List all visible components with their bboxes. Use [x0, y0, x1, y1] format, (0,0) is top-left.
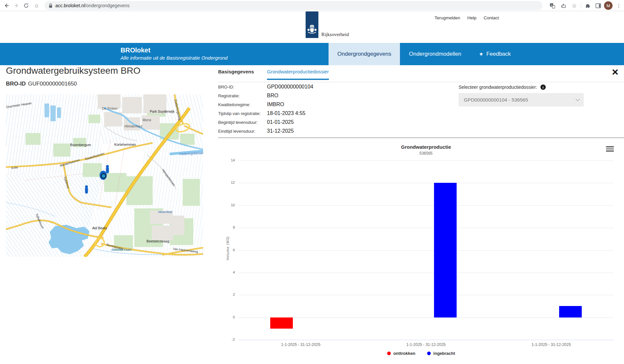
chevron-down-icon [576, 97, 580, 101]
home-icon[interactable]: ⌂ [33, 0, 41, 11]
lock-icon [48, 3, 53, 8]
y-tick-label: 0 [220, 315, 235, 319]
nav-tab-label: Ondergrondmodellen [409, 51, 461, 57]
header-link-help[interactable]: Help [467, 15, 477, 20]
forward-icon[interactable] [12, 0, 20, 11]
y-tick-label: 10 [220, 203, 235, 207]
gridline [238, 295, 614, 295]
field-label: Kwaliteitsregime: [218, 102, 267, 107]
url-bar[interactable]: acc.broloket.nl/ondergrondgegevens [45, 1, 542, 10]
detail-tabs: BasisgegevensGrondwaterproductiedossier [218, 69, 329, 80]
header-link-terugmelden[interactable]: Terugmelden [435, 15, 460, 20]
chart-legend: onttrokkeningebracht [218, 351, 624, 356]
reload-icon[interactable] [22, 0, 30, 11]
legend-item-ingebracht[interactable]: ingebracht [427, 351, 455, 356]
gridline [238, 183, 614, 183]
nav-tab-ondergrondgegevens[interactable]: Ondergrondgegevens [329, 43, 400, 65]
map-marker-facility-cluster[interactable] [100, 171, 107, 180]
field-row: Eindtijd levensduur:31-12-2025 [218, 128, 313, 137]
coat-of-arms-icon [306, 11, 318, 38]
header-links: TerugmeldenHelpContact [435, 15, 499, 20]
field-value: IMBRO [267, 102, 284, 107]
y-tick-label: 4 [220, 270, 235, 274]
chart-menu-button[interactable] [606, 146, 614, 153]
map-label: Mearsfeat [158, 210, 172, 214]
field-row: Kwaliteitsregime:IMBRO [218, 102, 313, 110]
detail-fields: BRO-ID:GPD000000000104Registratie:BROKwa… [218, 84, 313, 137]
field-value: GPD000000000104 [267, 84, 313, 90]
browser-toolbar: ⌂ acc.broloket.nl/ondergrondgegevens a ☆… [0, 0, 624, 11]
gridline [238, 228, 614, 228]
y-tick-label: -2 [220, 337, 235, 341]
back-icon[interactable] [3, 0, 10, 11]
dossier-select-value: GPD000000000104 - 536565 [464, 97, 576, 103]
section-divider [218, 138, 624, 138]
x-axis-line [238, 340, 614, 340]
y-tick-label: 6 [220, 248, 235, 252]
field-row: Tijdstip van registratie:18-01-2023 4:55 [218, 110, 313, 119]
field-label: Begintijd levensduur: [218, 120, 267, 125]
nav-tabs: OndergrondgegevensOndergrondmodellen★Fee… [329, 43, 520, 65]
chart-title: Grondwaterproductie [238, 144, 614, 150]
gridline [238, 273, 614, 273]
tab-grondwaterproductiedossier[interactable]: Grondwaterproductiedossier [267, 69, 329, 80]
legend-item-onttrokken[interactable]: onttrokken [387, 351, 415, 356]
y-tick-label: 12 [220, 181, 235, 184]
url-text: acc.broloket.nl/ondergrondgegevens [55, 3, 130, 8]
field-value: 31-12-2025 [267, 128, 294, 134]
gridline [238, 250, 614, 251]
dossier-select[interactable]: GPD000000000104 - 536565 [459, 93, 584, 106]
share-icon[interactable] [559, 0, 567, 11]
main-navbar: BROloket Alle informatie uit de Basisreg… [0, 43, 624, 65]
tabbar-divider [218, 82, 624, 82]
kebab-menu-icon[interactable]: ⋮ [615, 0, 622, 11]
field-value: BRO [267, 93, 278, 99]
page-title: Grondwatergebruiksysteem BRO [6, 66, 141, 76]
extensions-icon[interactable] [584, 0, 592, 11]
avatar[interactable]: M [604, 1, 613, 10]
star-icon: ★ [479, 51, 483, 57]
field-row: Begintijd levensduur:01-01-2025 [218, 119, 313, 128]
tab-basisgegevens[interactable]: Basisgegevens [218, 69, 254, 80]
broloket-page: ⌂ acc.broloket.nl/ondergrondgegevens a ☆… [0, 0, 624, 364]
x-category-label: 1-1-2025 - 31-12-2025 [377, 342, 475, 347]
chart-subtitle: 536565 [238, 151, 614, 156]
legend-dot [387, 352, 391, 355]
bar-ingebracht[interactable] [559, 306, 582, 317]
brand-tagline: Alle informatie uit de Basisregistratie … [121, 55, 228, 61]
field-row: Registratie:BRO [218, 93, 313, 102]
field-label: BRO-ID: [218, 85, 267, 89]
nav-tab-label: Ondergrondgegevens [337, 51, 391, 57]
rijksoverheid-logo[interactable] [306, 11, 318, 38]
map[interactable]: Drachtster HeaweiDe TriskenPark Suyderwi… [6, 94, 203, 257]
map-label: Boornbergum [70, 143, 91, 147]
y-tick-label: 14 [220, 158, 235, 162]
field-label: Registratie: [218, 93, 267, 98]
translate-icon[interactable]: a [548, 0, 556, 11]
bar-onttrokken[interactable] [270, 317, 293, 329]
logo-wordmark: Rijksoverheid [321, 32, 349, 37]
brand-name: BROloket [121, 47, 228, 54]
map-label: De Trisken [102, 107, 118, 110]
close-icon[interactable]: × [612, 66, 618, 77]
nav-tab-ondergrondmodellen[interactable]: Ondergrondmodellen [400, 43, 470, 65]
info-icon[interactable]: i [540, 85, 546, 90]
map-label: Park Suyderwijk [150, 109, 175, 113]
map-label: Himsterhout [124, 125, 142, 128]
nav-tab-feedback[interactable]: ★Feedback [470, 43, 520, 65]
side-panel-icon[interactable] [594, 0, 602, 11]
legend-label: ingebracht [433, 351, 455, 356]
bro-id-line: BRO-IDGUF000000001650 [6, 81, 77, 87]
map-marker-well[interactable] [106, 165, 109, 174]
gridline [238, 161, 614, 161]
brand-block[interactable]: BROloket Alle informatie uit de Basisreg… [121, 47, 228, 61]
map-marker-well[interactable] [85, 185, 88, 194]
bookmark-star-icon[interactable]: ☆ [570, 0, 578, 11]
map-label: Kortehemmen [114, 143, 136, 146]
y-tick-label: 8 [220, 225, 235, 229]
bar-ingebracht[interactable] [434, 183, 457, 317]
header-link-contact[interactable]: Contact [483, 15, 499, 20]
grondwaterproductie-chart: Grondwaterproductie 536565 Volume (M3) 1… [218, 140, 624, 362]
bro-id-value: GUF000000001650 [28, 81, 77, 87]
dossier-selector-label: Selecteer grondwaterproductiedossier: i [459, 85, 546, 90]
